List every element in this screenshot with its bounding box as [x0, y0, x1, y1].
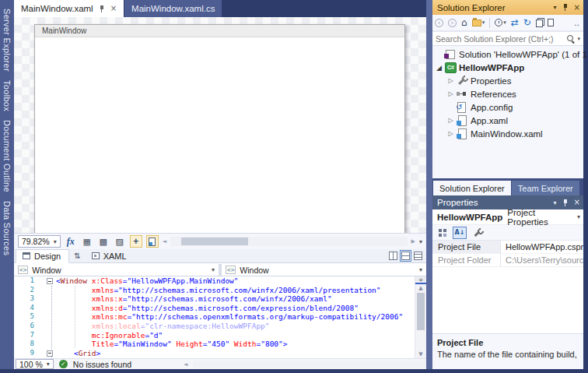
tree-item-label: References — [471, 90, 516, 99]
solution-explorer-body: ‹ › ⌂ ▾ ▾ ⇄ ↻ ‥ ▾ Solution 'HellowWPFApp… — [432, 15, 583, 178]
code-line-1[interactable]: 1<Window x:Class="HellowWPFApp.MainWindo… — [14, 276, 415, 286]
doc-tab-mainwindow-xaml[interactable]: MainWindow.xaml× — [14, 0, 124, 17]
breadcrumb-xaml[interactable]: <> Window ▾ — [219, 264, 426, 276]
scroll-up-icon[interactable]: ▲ — [415, 284, 426, 292]
code-text: Title="MainWindow" Height="450" Width="8… — [56, 340, 415, 349]
editor-zoom-combo[interactable]: 100 % ▾ — [16, 359, 54, 369]
tree-item-hellowwpfapp[interactable]: ◢HellowWPFApp — [432, 61, 583, 74]
rail-item-document-outline[interactable]: Document Outline — [2, 120, 12, 192]
wpf-window-preview[interactable]: MainWindow — [34, 24, 405, 233]
pin-icon[interactable] — [562, 3, 569, 12]
hscroll-left-arrow-icon[interactable]: ◄ — [184, 361, 187, 368]
snaplines-toggle-icon[interactable]: + — [130, 235, 142, 248]
solution-icon — [444, 49, 456, 59]
design-surface[interactable]: MainWindow — [14, 17, 426, 233]
health-message[interactable]: No issues found — [73, 360, 131, 369]
collapse-all-icon[interactable] — [536, 18, 543, 27]
vertical-split-icon[interactable] — [388, 251, 398, 261]
property-pages-icon[interactable] — [470, 227, 484, 239]
tree-item-app-xaml[interactable]: ▷App.xaml — [432, 114, 583, 127]
search-icon[interactable] — [566, 34, 576, 44]
show-snap-grid-icon[interactable]: ▦ — [81, 235, 93, 248]
editor-vertical-scrollbar[interactable]: ÷ ▲ ▼ — [415, 276, 426, 358]
split-editor-handle[interactable]: ÷ — [415, 276, 426, 284]
categorized-view-icon[interactable] — [436, 227, 450, 239]
expander-icon[interactable]: ▷ — [446, 130, 456, 137]
properties-object-selector[interactable]: HellowWPFApp Project Properties ▾ — [432, 209, 583, 225]
pending-changes-filter-icon[interactable]: ▾ — [495, 19, 506, 26]
solution-search-box[interactable]: ▾ — [432, 31, 583, 46]
switch-views-icon[interactable]: ▾ — [472, 19, 485, 26]
designer-zoom-combo[interactable]: 79.82% ▾ — [18, 235, 61, 248]
search-input[interactable] — [436, 34, 566, 44]
editor-horizontal-scrollbar[interactable] — [193, 361, 426, 368]
split-layout-buttons — [388, 251, 426, 261]
fold-margin[interactable] — [34, 349, 56, 358]
window-position-icon[interactable]: ▾ — [554, 4, 557, 11]
tree-item-properties[interactable]: ▷Properties — [432, 74, 583, 87]
code-line-6[interactable]: 6 xmlns:local="clr-namespace:HellowWPFAp… — [14, 322, 415, 331]
horizontal-split-icon[interactable] — [401, 251, 411, 261]
tree-item-references[interactable]: ▷References — [432, 87, 583, 100]
expander-icon[interactable]: ▷ — [446, 117, 456, 124]
close-icon[interactable]: × — [574, 4, 580, 12]
scroll-down-icon[interactable]: ▼ — [415, 350, 426, 358]
solution-explorer-header[interactable]: Solution Explorer ▾ × — [432, 0, 583, 15]
property-row-project-folder[interactable]: Project FolderC:\Users\Terry\source\rep — [432, 254, 583, 267]
forward-icon[interactable]: › — [448, 19, 457, 27]
doc-tab-mainwindow-xaml-cs[interactable]: MainWindow.xaml.cs — [124, 0, 222, 17]
collapse-box-icon[interactable] — [47, 278, 53, 284]
rail-item-toolbox[interactable]: Toolbox — [2, 80, 12, 111]
vertical-splitter[interactable] — [426, 0, 432, 369]
close-icon[interactable]: × — [110, 5, 117, 12]
hscroll-left-arrow-icon[interactable]: ◄ — [163, 238, 166, 245]
tab-team-explorer[interactable]: Team Explorer — [512, 181, 579, 195]
fold-margin — [34, 340, 56, 349]
collapse-pane-icon[interactable] — [413, 251, 423, 261]
property-row-project-file[interactable]: Project FileHellowWPFApp.csproj — [432, 241, 583, 254]
refresh-icon[interactable]: ↻ — [523, 17, 531, 28]
xaml-code-editor[interactable]: 1<Window x:Class="HellowWPFApp.MainWindo… — [14, 276, 415, 358]
window-position-icon[interactable]: ▾ — [554, 199, 557, 206]
collapse-box-icon[interactable] — [47, 350, 53, 357]
tab-solution-explorer[interactable]: Solution Explorer — [433, 181, 511, 195]
fold-margin[interactable] — [34, 276, 56, 286]
expander-icon[interactable]: ◢ — [434, 64, 444, 72]
close-icon[interactable]: × — [574, 199, 580, 206]
tab-xaml[interactable]: XAML — [86, 250, 135, 262]
properties-page-icon[interactable] — [548, 19, 554, 26]
snap-gridlines-icon[interactable]: ▩ — [97, 235, 110, 248]
expander-icon[interactable]: ▷ — [446, 77, 456, 84]
search-options-icon[interactable]: ▾ — [577, 36, 580, 42]
sync-with-active-document-icon[interactable]: ⇄ — [511, 17, 519, 28]
back-icon[interactable]: ‹ — [435, 19, 443, 27]
tree-item-label: App.config — [471, 103, 513, 112]
hscroll-right-arrow-icon[interactable]: ▶ — [411, 238, 415, 245]
scrollbar-thumb[interactable] — [417, 293, 425, 330]
code-line-9[interactable]: 9 <Grid> — [14, 349, 415, 358]
rail-item-data-sources[interactable]: Data Sources — [2, 201, 12, 255]
scroll-menu-icon[interactable]: ▾ — [419, 238, 422, 245]
property-value[interactable]: HellowWPFApp.csproj — [501, 242, 583, 252]
effects-fx-icon[interactable]: fx — [65, 235, 77, 248]
doc-tab-label: MainWindow.xaml.cs — [131, 4, 215, 13]
tab-design[interactable]: Design — [16, 249, 69, 263]
pin-icon[interactable] — [99, 5, 105, 13]
tree-item-app-config[interactable]: App.config — [432, 100, 583, 114]
snapping-icon[interactable]: ▨ — [114, 235, 126, 248]
artboard-background-toggle-icon[interactable] — [146, 235, 159, 248]
property-value[interactable]: C:\Users\Terry\source\rep — [501, 255, 583, 265]
line-number: 6 — [14, 322, 34, 331]
toolbar-overflow-icon[interactable]: ‥ — [574, 19, 581, 27]
pin-icon[interactable] — [562, 199, 569, 207]
designer-horizontal-scrollbar[interactable] — [170, 237, 408, 246]
expander-icon[interactable]: ▷ — [446, 90, 456, 97]
alphabetical-sort-icon[interactable]: A↓ — [453, 227, 467, 239]
tree-item-mainwindow-xaml[interactable]: ▷MainWindow.xaml — [432, 127, 583, 140]
home-icon[interactable]: ⌂ — [461, 17, 467, 28]
rail-item-server-explorer[interactable]: Server Explorer — [2, 9, 12, 72]
swap-panes-icon[interactable]: ⇅ — [74, 252, 80, 260]
indent-guide-line — [75, 286, 75, 348]
tree-item-solution-hellowwpfapp-1-of-1-project[interactable]: Solution 'HellowWPFApp' (1 of 1 project) — [432, 48, 583, 61]
breadcrumb-design[interactable]: <> Window ▾ — [14, 264, 219, 276]
